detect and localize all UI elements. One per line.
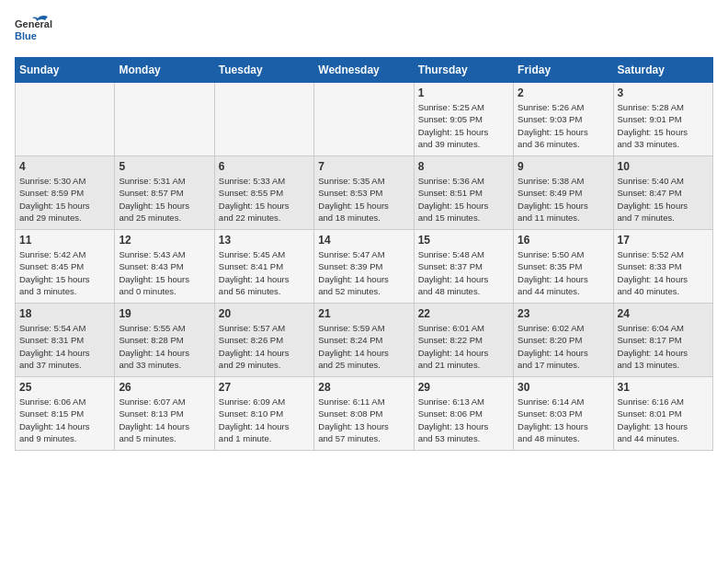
- day-info: Sunrise: 5:59 AM Sunset: 8:24 PM Dayligh…: [318, 322, 409, 371]
- day-info: Sunrise: 6:14 AM Sunset: 8:03 PM Dayligh…: [518, 396, 609, 444]
- calendar-cell: 7Sunrise: 5:35 AM Sunset: 8:53 PM Daylig…: [314, 156, 414, 230]
- calendar-cell: 12Sunrise: 5:43 AM Sunset: 8:43 PM Dayli…: [115, 230, 214, 304]
- header-wednesday: Wednesday: [314, 58, 414, 83]
- day-info: Sunrise: 6:13 AM Sunset: 8:06 PM Dayligh…: [418, 396, 509, 444]
- calendar-cell: 14Sunrise: 5:47 AM Sunset: 8:39 PM Dayli…: [314, 230, 414, 304]
- day-number: 2: [518, 86, 609, 99]
- day-info: Sunrise: 5:30 AM Sunset: 8:59 PM Dayligh…: [19, 175, 110, 224]
- day-number: 11: [19, 234, 110, 247]
- svg-text:General: General: [15, 18, 52, 29]
- calendar-cell: 20Sunrise: 5:57 AM Sunset: 8:26 PM Dayli…: [214, 304, 313, 377]
- calendar-cell: 24Sunrise: 6:04 AM Sunset: 8:17 PM Dayli…: [613, 304, 712, 377]
- calendar-cell: 3Sunrise: 5:28 AM Sunset: 9:01 PM Daylig…: [613, 83, 712, 156]
- header-thursday: Thursday: [414, 58, 513, 83]
- day-number: 13: [219, 234, 310, 247]
- header-monday: Monday: [115, 58, 214, 83]
- day-info: Sunrise: 6:09 AM Sunset: 8:10 PM Dayligh…: [219, 396, 310, 444]
- calendar-cell: 22Sunrise: 6:01 AM Sunset: 8:22 PM Dayli…: [414, 304, 513, 377]
- calendar-week-5: 25Sunrise: 6:06 AM Sunset: 8:15 PM Dayli…: [16, 377, 713, 451]
- day-number: 12: [119, 234, 210, 247]
- day-number: 10: [618, 160, 709, 173]
- day-info: Sunrise: 5:40 AM Sunset: 8:47 PM Dayligh…: [618, 175, 709, 224]
- day-info: Sunrise: 5:38 AM Sunset: 8:49 PM Dayligh…: [518, 175, 609, 224]
- day-info: Sunrise: 6:01 AM Sunset: 8:22 PM Dayligh…: [418, 322, 509, 371]
- day-info: Sunrise: 5:52 AM Sunset: 8:33 PM Dayligh…: [618, 248, 709, 297]
- calendar-cell: 9Sunrise: 5:38 AM Sunset: 8:49 PM Daylig…: [514, 156, 613, 230]
- day-info: Sunrise: 5:42 AM Sunset: 8:45 PM Dayligh…: [19, 248, 110, 297]
- calendar-week-3: 11Sunrise: 5:42 AM Sunset: 8:45 PM Dayli…: [16, 230, 713, 304]
- calendar-cell: 4Sunrise: 5:30 AM Sunset: 8:59 PM Daylig…: [16, 156, 115, 230]
- day-number: 20: [219, 307, 310, 320]
- calendar-cell: 23Sunrise: 6:02 AM Sunset: 8:20 PM Dayli…: [514, 304, 613, 377]
- calendar-table: SundayMondayTuesdayWednesdayThursdayFrid…: [15, 57, 713, 451]
- calendar-week-1: 1Sunrise: 5:25 AM Sunset: 9:05 PM Daylig…: [16, 83, 713, 156]
- day-number: 30: [518, 381, 609, 394]
- day-info: Sunrise: 5:47 AM Sunset: 8:39 PM Dayligh…: [318, 248, 409, 297]
- day-number: 15: [418, 234, 509, 247]
- calendar-cell: 19Sunrise: 5:55 AM Sunset: 8:28 PM Dayli…: [115, 304, 214, 377]
- calendar-cell: 16Sunrise: 5:50 AM Sunset: 8:35 PM Dayli…: [514, 230, 613, 304]
- day-number: 18: [19, 307, 110, 320]
- day-number: 4: [19, 160, 110, 173]
- day-number: 8: [418, 160, 509, 173]
- day-number: 19: [119, 307, 210, 320]
- header-sunday: Sunday: [16, 58, 115, 83]
- day-info: Sunrise: 5:54 AM Sunset: 8:31 PM Dayligh…: [19, 322, 110, 371]
- header-friday: Friday: [514, 58, 613, 83]
- calendar-cell: 31Sunrise: 6:16 AM Sunset: 8:01 PM Dayli…: [613, 377, 712, 451]
- day-info: Sunrise: 6:07 AM Sunset: 8:13 PM Dayligh…: [119, 396, 210, 444]
- day-number: 14: [318, 234, 409, 247]
- calendar-cell: 26Sunrise: 6:07 AM Sunset: 8:13 PM Dayli…: [115, 377, 214, 451]
- day-number: 5: [119, 160, 210, 173]
- day-number: 25: [19, 381, 110, 394]
- day-number: 17: [618, 234, 709, 247]
- day-number: 9: [518, 160, 609, 173]
- day-info: Sunrise: 5:35 AM Sunset: 8:53 PM Dayligh…: [318, 175, 409, 224]
- calendar-cell: 17Sunrise: 5:52 AM Sunset: 8:33 PM Dayli…: [613, 230, 712, 304]
- day-number: 24: [618, 307, 709, 320]
- calendar-cell: 11Sunrise: 5:42 AM Sunset: 8:45 PM Dayli…: [16, 230, 115, 304]
- calendar-cell: 28Sunrise: 6:11 AM Sunset: 8:08 PM Dayli…: [314, 377, 414, 451]
- day-info: Sunrise: 6:11 AM Sunset: 8:08 PM Dayligh…: [318, 396, 409, 444]
- calendar-cell: 30Sunrise: 6:14 AM Sunset: 8:03 PM Dayli…: [514, 377, 613, 451]
- calendar-header-row: SundayMondayTuesdayWednesdayThursdayFrid…: [16, 58, 713, 83]
- calendar-cell: 27Sunrise: 6:09 AM Sunset: 8:10 PM Dayli…: [214, 377, 313, 451]
- header-tuesday: Tuesday: [214, 58, 313, 83]
- day-number: 31: [618, 381, 709, 394]
- calendar-cell: 1Sunrise: 5:25 AM Sunset: 9:05 PM Daylig…: [414, 83, 513, 156]
- calendar-cell: [314, 83, 414, 156]
- day-info: Sunrise: 6:16 AM Sunset: 8:01 PM Dayligh…: [618, 396, 709, 444]
- day-number: 27: [219, 381, 310, 394]
- day-info: Sunrise: 5:57 AM Sunset: 8:26 PM Dayligh…: [219, 322, 310, 371]
- calendar-cell: 13Sunrise: 5:45 AM Sunset: 8:41 PM Dayli…: [214, 230, 313, 304]
- day-info: Sunrise: 5:45 AM Sunset: 8:41 PM Dayligh…: [219, 248, 310, 297]
- day-info: Sunrise: 5:55 AM Sunset: 8:28 PM Dayligh…: [119, 322, 210, 371]
- logo: General Blue: [15, 15, 59, 50]
- day-number: 1: [418, 86, 509, 99]
- page-header: General Blue: [15, 15, 713, 50]
- calendar-week-4: 18Sunrise: 5:54 AM Sunset: 8:31 PM Dayli…: [16, 304, 713, 377]
- calendar-cell: [214, 83, 313, 156]
- calendar-week-2: 4Sunrise: 5:30 AM Sunset: 8:59 PM Daylig…: [16, 156, 713, 230]
- day-number: 21: [318, 307, 409, 320]
- calendar-cell: 21Sunrise: 5:59 AM Sunset: 8:24 PM Dayli…: [314, 304, 414, 377]
- day-info: Sunrise: 5:31 AM Sunset: 8:57 PM Dayligh…: [119, 175, 210, 224]
- logo: General Blue: [15, 15, 59, 50]
- day-number: 7: [318, 160, 409, 173]
- calendar-cell: 8Sunrise: 5:36 AM Sunset: 8:51 PM Daylig…: [414, 156, 513, 230]
- day-number: 23: [518, 307, 609, 320]
- calendar-cell: 15Sunrise: 5:48 AM Sunset: 8:37 PM Dayli…: [414, 230, 513, 304]
- day-number: 29: [418, 381, 509, 394]
- day-info: Sunrise: 5:36 AM Sunset: 8:51 PM Dayligh…: [418, 175, 509, 224]
- day-info: Sunrise: 5:48 AM Sunset: 8:37 PM Dayligh…: [418, 248, 509, 297]
- day-info: Sunrise: 5:43 AM Sunset: 8:43 PM Dayligh…: [119, 248, 210, 297]
- day-number: 3: [618, 86, 709, 99]
- calendar-cell: [16, 83, 115, 156]
- day-info: Sunrise: 6:06 AM Sunset: 8:15 PM Dayligh…: [19, 396, 110, 444]
- logo-icon: General Blue: [15, 15, 59, 50]
- calendar-cell: 5Sunrise: 5:31 AM Sunset: 8:57 PM Daylig…: [115, 156, 214, 230]
- header-saturday: Saturday: [613, 58, 712, 83]
- day-number: 26: [119, 381, 210, 394]
- day-info: Sunrise: 5:28 AM Sunset: 9:01 PM Dayligh…: [618, 101, 709, 150]
- day-info: Sunrise: 5:26 AM Sunset: 9:03 PM Dayligh…: [518, 101, 609, 150]
